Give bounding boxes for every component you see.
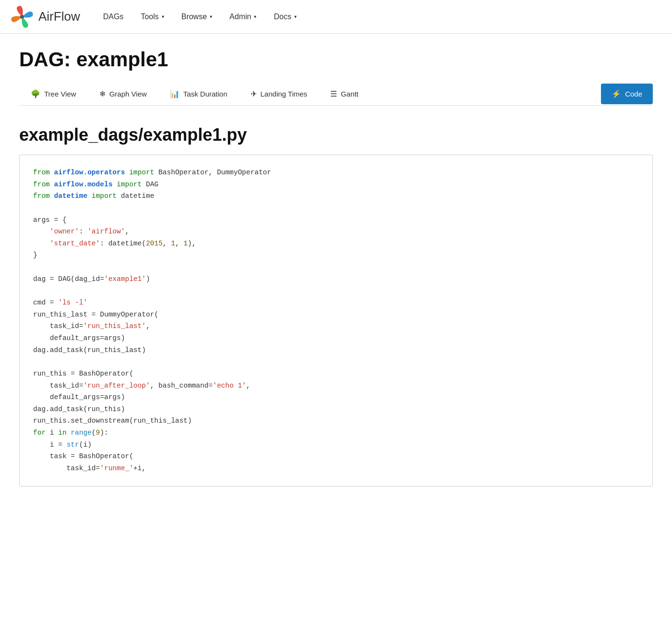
admin-dropdown-arrow: ▾ <box>254 14 256 19</box>
nav-admin[interactable]: Admin ▾ <box>221 8 265 26</box>
browse-dropdown-arrow: ▾ <box>210 14 212 19</box>
nav-docs-label: Docs <box>274 12 291 21</box>
svg-point-0 <box>20 15 24 19</box>
nav-browse-label: Browse <box>181 12 207 21</box>
graph-view-icon: ❄ <box>99 89 106 98</box>
nav-dags[interactable]: DAGs <box>95 8 132 26</box>
code-icon: ⚡ <box>612 89 621 98</box>
nav-tools[interactable]: Tools ▾ <box>132 8 172 26</box>
tab-graph-view-label: Graph View <box>109 90 147 98</box>
tab-code[interactable]: ⚡ Code <box>601 84 653 104</box>
tree-view-icon: 🌳 <box>31 89 40 98</box>
tab-tree-view-label: Tree View <box>44 90 76 98</box>
tab-task-duration-label: Task Duration <box>183 90 228 98</box>
tools-dropdown-arrow: ▾ <box>162 14 164 19</box>
navbar: AirFlow DAGs Tools ▾ Browse ▾ Admin ▾ Do… <box>0 0 672 34</box>
page-content: DAG: example1 🌳 Tree View ❄ Graph View 📊… <box>0 34 672 506</box>
tabs-bar: 🌳 Tree View ❄ Graph View 📊 Task Duration… <box>19 83 653 106</box>
nav-browse[interactable]: Browse ▾ <box>173 8 221 26</box>
tab-landing-times-label: Landing Times <box>261 90 308 98</box>
brand-name: AirFlow <box>38 9 80 24</box>
nav-docs[interactable]: Docs ▾ <box>265 8 305 26</box>
tab-task-duration[interactable]: 📊 Task Duration <box>158 83 239 105</box>
code-block: from airflow.operators import BashOperat… <box>19 155 653 487</box>
tab-graph-view[interactable]: ❄ Graph View <box>88 83 158 105</box>
dag-title: DAG: example1 <box>19 48 653 71</box>
landing-times-icon: ✈ <box>251 89 257 98</box>
tab-gantt[interactable]: ☰ Gantt <box>319 83 370 105</box>
nav-admin-label: Admin <box>229 12 251 21</box>
code-filename: example_dags/example1.py <box>19 125 653 145</box>
task-duration-icon: 📊 <box>170 89 180 98</box>
nav-dags-label: DAGs <box>103 12 124 21</box>
docs-dropdown-arrow: ▾ <box>294 14 297 19</box>
tab-landing-times[interactable]: ✈ Landing Times <box>239 83 319 105</box>
tab-gantt-label: Gantt <box>341 90 359 98</box>
brand-logo-link[interactable]: AirFlow <box>10 4 80 29</box>
code-section: example_dags/example1.py from airflow.op… <box>19 125 653 506</box>
tab-code-label: Code <box>625 90 642 98</box>
tab-tree-view[interactable]: 🌳 Tree View <box>19 83 88 105</box>
gantt-icon: ☰ <box>330 89 337 98</box>
nav-tools-label: Tools <box>141 12 158 21</box>
airflow-logo <box>10 4 35 29</box>
nav-items: DAGs Tools ▾ Browse ▾ Admin ▾ Docs ▾ <box>95 8 305 26</box>
